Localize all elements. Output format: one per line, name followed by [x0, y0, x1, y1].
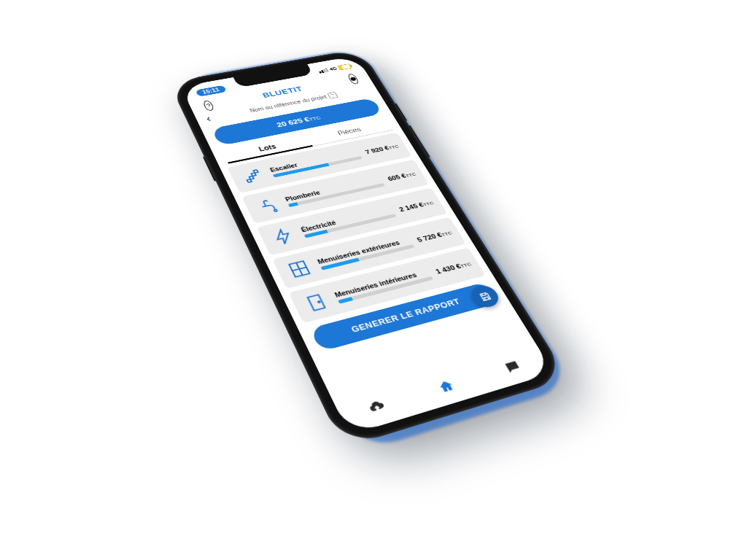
total-amount: 20 625 €: [275, 116, 311, 129]
lot-amount: 2 145 €: [398, 201, 425, 213]
svg-rect-2: [308, 295, 325, 311]
svg-point-3: [318, 301, 320, 303]
signal-icon: [317, 68, 329, 74]
help-icon: ?: [202, 100, 214, 112]
svg-point-0: [274, 209, 277, 211]
save-icon: [476, 290, 493, 303]
home-icon: [435, 378, 458, 397]
total-suffix: TTC: [309, 115, 322, 122]
window-icon: [282, 256, 317, 282]
nav-chat-button[interactable]: [497, 355, 528, 380]
chat-icon: [501, 358, 525, 376]
stairs-icon: [236, 165, 269, 187]
nav-home-button[interactable]: [430, 374, 462, 400]
edit-icon: [328, 92, 338, 99]
faucet-icon: [250, 194, 285, 218]
lot-amount: 5 720 €: [416, 231, 444, 244]
back-button[interactable]: ‹: [204, 114, 213, 124]
network-label: 4G: [328, 66, 338, 71]
battery-icon: [337, 63, 352, 70]
nav-cloud-button[interactable]: [361, 394, 394, 421]
lot-amount: 7 920 €: [364, 145, 390, 155]
lightning-icon: [266, 225, 301, 249]
cloud-upload-icon: [365, 397, 390, 417]
door-icon: [298, 289, 335, 316]
avatar-icon: [347, 74, 360, 85]
lot-amount: 1 430 €: [434, 262, 462, 275]
